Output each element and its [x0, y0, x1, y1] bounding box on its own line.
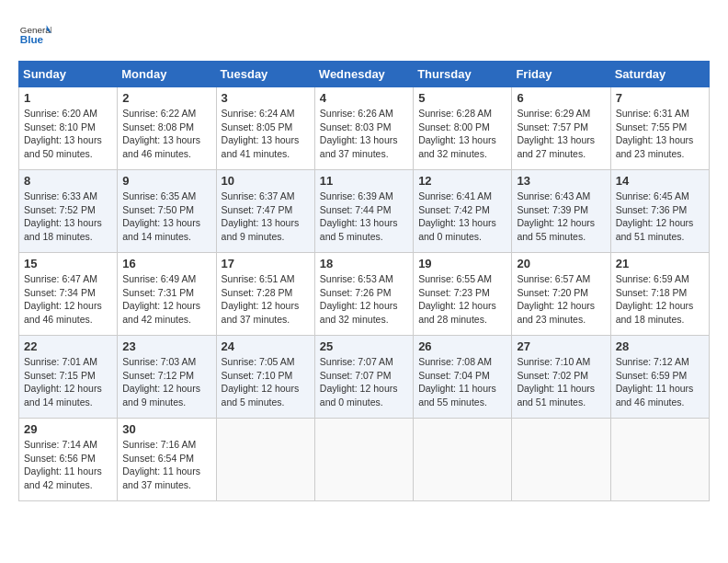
- day-number: 11: [320, 174, 408, 188]
- day-number: 19: [418, 257, 506, 270]
- generalblue-logo-icon: General Blue: [18, 18, 51, 52]
- calendar-cell: 20 Sunrise: 6:57 AM Sunset: 7:20 PM Dayl…: [512, 253, 610, 336]
- calendar-cell: 17 Sunrise: 6:51 AM Sunset: 7:28 PM Dayl…: [216, 253, 314, 336]
- calendar-cell: 10 Sunrise: 6:37 AM Sunset: 7:47 PM Dayl…: [216, 170, 314, 253]
- calendar-cell: [610, 419, 709, 501]
- cell-content: Sunrise: 6:43 AM Sunset: 7:39 PM Dayligh…: [517, 190, 605, 244]
- weekday-monday: Monday: [118, 62, 216, 87]
- cell-content: Sunrise: 6:47 AM Sunset: 7:34 PM Dayligh…: [24, 272, 112, 327]
- page-header: General Blue: [18, 18, 710, 52]
- calendar-cell: 4 Sunrise: 6:26 AM Sunset: 8:03 PM Dayli…: [314, 87, 413, 170]
- weekday-sunday: Sunday: [19, 62, 118, 87]
- calendar-cell: 29 Sunrise: 7:14 AM Sunset: 6:56 PM Dayl…: [19, 419, 118, 501]
- calendar-cell: [314, 419, 413, 501]
- calendar-cell: 22 Sunrise: 7:01 AM Sunset: 7:15 PM Dayl…: [19, 336, 118, 419]
- calendar-week-4: 22 Sunrise: 7:01 AM Sunset: 7:15 PM Dayl…: [19, 336, 710, 419]
- calendar-cell: 7 Sunrise: 6:31 AM Sunset: 7:55 PM Dayli…: [610, 87, 709, 170]
- calendar-cell: 19 Sunrise: 6:55 AM Sunset: 7:23 PM Dayl…: [414, 253, 512, 336]
- day-number: 17: [222, 257, 310, 270]
- calendar-cell: 2 Sunrise: 6:22 AM Sunset: 8:08 PM Dayli…: [118, 87, 216, 170]
- cell-content: Sunrise: 6:45 AM Sunset: 7:36 PM Dayligh…: [616, 190, 704, 244]
- calendar-cell: 12 Sunrise: 6:41 AM Sunset: 7:42 PM Dayl…: [414, 170, 512, 253]
- day-number: 29: [24, 422, 112, 436]
- weekday-saturday: Saturday: [610, 62, 709, 87]
- day-number: 23: [122, 339, 210, 353]
- calendar-week-5: 29 Sunrise: 7:14 AM Sunset: 6:56 PM Dayl…: [19, 419, 710, 501]
- calendar-cell: [414, 419, 512, 501]
- calendar-body: 1 Sunrise: 6:20 AM Sunset: 8:10 PM Dayli…: [19, 87, 710, 501]
- calendar-cell: 21 Sunrise: 6:59 AM Sunset: 7:18 PM Dayl…: [610, 253, 709, 336]
- day-number: 20: [517, 257, 605, 270]
- cell-content: Sunrise: 6:37 AM Sunset: 7:47 PM Dayligh…: [222, 190, 310, 244]
- cell-content: Sunrise: 7:01 AM Sunset: 7:15 PM Dayligh…: [24, 355, 112, 409]
- day-number: 5: [418, 91, 506, 105]
- day-number: 21: [616, 257, 704, 270]
- day-number: 18: [320, 257, 408, 270]
- day-number: 7: [616, 91, 704, 105]
- day-number: 6: [517, 91, 605, 105]
- cell-content: Sunrise: 6:28 AM Sunset: 8:00 PM Dayligh…: [418, 107, 506, 161]
- weekday-tuesday: Tuesday: [216, 62, 314, 87]
- cell-content: Sunrise: 6:20 AM Sunset: 8:10 PM Dayligh…: [24, 107, 112, 161]
- calendar-cell: 15 Sunrise: 6:47 AM Sunset: 7:34 PM Dayl…: [19, 253, 118, 336]
- calendar-cell: 1 Sunrise: 6:20 AM Sunset: 8:10 PM Dayli…: [19, 87, 118, 170]
- weekday-friday: Friday: [512, 62, 610, 87]
- cell-content: Sunrise: 7:12 AM Sunset: 6:59 PM Dayligh…: [616, 355, 704, 409]
- calendar-cell: 18 Sunrise: 6:53 AM Sunset: 7:26 PM Dayl…: [314, 253, 413, 336]
- cell-content: Sunrise: 7:07 AM Sunset: 7:07 PM Dayligh…: [320, 355, 408, 409]
- calendar-cell: 11 Sunrise: 6:39 AM Sunset: 7:44 PM Dayl…: [314, 170, 413, 253]
- calendar-cell: 24 Sunrise: 7:05 AM Sunset: 7:10 PM Dayl…: [216, 336, 314, 419]
- day-number: 14: [616, 174, 704, 188]
- calendar-cell: 14 Sunrise: 6:45 AM Sunset: 7:36 PM Dayl…: [610, 170, 709, 253]
- calendar-header: SundayMondayTuesdayWednesdayThursdayFrid…: [19, 62, 710, 87]
- calendar-cell: 8 Sunrise: 6:33 AM Sunset: 7:52 PM Dayli…: [19, 170, 118, 253]
- day-number: 27: [517, 339, 605, 353]
- calendar-cell: 30 Sunrise: 7:16 AM Sunset: 6:54 PM Dayl…: [118, 419, 216, 501]
- day-number: 22: [24, 339, 112, 353]
- cell-content: Sunrise: 6:39 AM Sunset: 7:44 PM Dayligh…: [320, 190, 408, 244]
- day-number: 25: [320, 339, 408, 353]
- day-number: 2: [122, 91, 210, 105]
- calendar-cell: 25 Sunrise: 7:07 AM Sunset: 7:07 PM Dayl…: [314, 336, 413, 419]
- cell-content: Sunrise: 6:22 AM Sunset: 8:08 PM Dayligh…: [122, 107, 210, 161]
- logo: General Blue: [18, 18, 51, 52]
- weekday-thursday: Thursday: [414, 62, 512, 87]
- calendar-cell: 23 Sunrise: 7:03 AM Sunset: 7:12 PM Dayl…: [118, 336, 216, 419]
- day-number: 3: [222, 91, 310, 105]
- cell-content: Sunrise: 6:24 AM Sunset: 8:05 PM Dayligh…: [222, 107, 310, 161]
- calendar-cell: 6 Sunrise: 6:29 AM Sunset: 7:57 PM Dayli…: [512, 87, 610, 170]
- svg-text:Blue: Blue: [20, 33, 44, 45]
- calendar-cell: 27 Sunrise: 7:10 AM Sunset: 7:02 PM Dayl…: [512, 336, 610, 419]
- weekday-wednesday: Wednesday: [314, 62, 413, 87]
- cell-content: Sunrise: 7:05 AM Sunset: 7:10 PM Dayligh…: [222, 355, 310, 409]
- day-number: 9: [122, 174, 210, 188]
- day-number: 4: [320, 91, 408, 105]
- calendar-cell: 28 Sunrise: 7:12 AM Sunset: 6:59 PM Dayl…: [610, 336, 709, 419]
- cell-content: Sunrise: 7:10 AM Sunset: 7:02 PM Dayligh…: [517, 355, 605, 409]
- calendar-cell: 13 Sunrise: 6:43 AM Sunset: 7:39 PM Dayl…: [512, 170, 610, 253]
- cell-content: Sunrise: 7:08 AM Sunset: 7:04 PM Dayligh…: [418, 355, 506, 409]
- cell-content: Sunrise: 6:53 AM Sunset: 7:26 PM Dayligh…: [320, 272, 408, 327]
- cell-content: Sunrise: 6:41 AM Sunset: 7:42 PM Dayligh…: [418, 190, 506, 244]
- calendar-cell: [216, 419, 314, 501]
- day-number: 12: [418, 174, 506, 188]
- calendar-cell: 9 Sunrise: 6:35 AM Sunset: 7:50 PM Dayli…: [118, 170, 216, 253]
- day-number: 15: [24, 257, 112, 270]
- weekday-header-row: SundayMondayTuesdayWednesdayThursdayFrid…: [19, 62, 710, 87]
- calendar-cell: 26 Sunrise: 7:08 AM Sunset: 7:04 PM Dayl…: [414, 336, 512, 419]
- calendar-cell: [512, 419, 610, 501]
- day-number: 10: [222, 174, 310, 188]
- day-number: 8: [24, 174, 112, 188]
- cell-content: Sunrise: 6:26 AM Sunset: 8:03 PM Dayligh…: [320, 107, 408, 161]
- calendar-week-1: 1 Sunrise: 6:20 AM Sunset: 8:10 PM Dayli…: [19, 87, 710, 170]
- calendar-cell: 5 Sunrise: 6:28 AM Sunset: 8:00 PM Dayli…: [414, 87, 512, 170]
- day-number: 13: [517, 174, 605, 188]
- cell-content: Sunrise: 6:57 AM Sunset: 7:20 PM Dayligh…: [517, 272, 605, 327]
- cell-content: Sunrise: 6:35 AM Sunset: 7:50 PM Dayligh…: [122, 190, 210, 244]
- cell-content: Sunrise: 7:16 AM Sunset: 6:54 PM Dayligh…: [122, 438, 210, 492]
- cell-content: Sunrise: 6:59 AM Sunset: 7:18 PM Dayligh…: [616, 272, 704, 327]
- day-number: 24: [222, 339, 310, 353]
- calendar-week-2: 8 Sunrise: 6:33 AM Sunset: 7:52 PM Dayli…: [19, 170, 710, 253]
- day-number: 28: [616, 339, 704, 353]
- cell-content: Sunrise: 6:51 AM Sunset: 7:28 PM Dayligh…: [222, 272, 310, 327]
